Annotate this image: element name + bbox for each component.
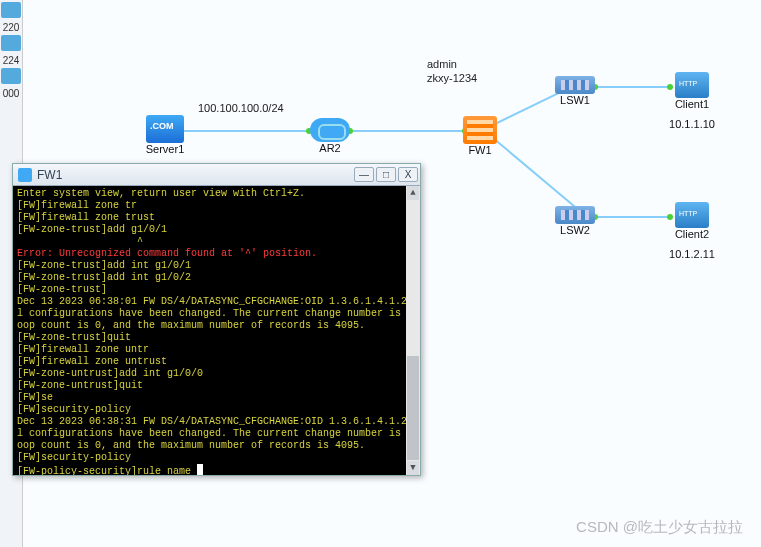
cli-cursor — [197, 464, 203, 475]
cli-line: [FW]se — [17, 392, 416, 404]
cli-line: l configurations have been changed. The … — [17, 428, 416, 440]
node-client2[interactable]: Client2 10.1.2.11 — [662, 202, 722, 260]
scroll-down-arrow[interactable]: ▼ — [407, 461, 419, 475]
cli-line: [FW]firewall zone tr — [17, 200, 416, 212]
cli-line: [FW-policy-security]rule name — [17, 464, 416, 475]
cli-line: ^ — [17, 236, 416, 248]
client-icon — [675, 72, 709, 98]
subnet-label: 100.100.100.0/24 — [198, 102, 284, 114]
cli-terminal[interactable]: Enter system view, return user view with… — [13, 186, 420, 475]
node-lsw2[interactable]: LSW2 — [555, 206, 595, 236]
cli-line: [FW-zone-trust]add g1/0/1 — [17, 224, 416, 236]
switch-icon — [555, 76, 595, 94]
scroll-up-arrow[interactable]: ▲ — [407, 186, 419, 200]
firewall-icon — [463, 116, 497, 144]
window-title: FW1 — [37, 168, 354, 182]
minimize-button[interactable]: — — [354, 167, 374, 182]
node-label: AR2 — [310, 142, 350, 154]
node-label: FW1 — [460, 144, 500, 156]
cli-line: Enter system view, return user view with… — [17, 188, 416, 200]
cli-line: oop count is 0, and the maximum number o… — [17, 320, 416, 332]
server-icon — [146, 115, 184, 143]
node-label: LSW1 — [555, 94, 595, 106]
node-label: Server1 — [145, 143, 185, 155]
switch-icon — [555, 206, 595, 224]
cli-line: l configurations have been changed. The … — [17, 308, 416, 320]
node-ar2[interactable]: AR2 — [310, 118, 350, 154]
cli-line: [FW-zone-untrust]quit — [17, 380, 416, 392]
cli-line: [FW-zone-trust]quit — [17, 332, 416, 344]
node-client1[interactable]: Client1 10.1.1.10 — [662, 72, 722, 130]
cli-line: [FW-zone-trust]add int g1/0/1 — [17, 260, 416, 272]
cli-scrollbar[interactable]: ▲ ▼ — [406, 186, 420, 475]
cli-titlebar[interactable]: FW1 — □ X — [13, 164, 420, 186]
link-fw1-lsw2 — [492, 137, 581, 212]
window-icon — [18, 168, 32, 182]
link-lsw1-client1 — [595, 86, 670, 88]
router-icon — [310, 118, 350, 142]
node-ip: 10.1.2.11 — [662, 248, 722, 260]
cli-line: oop count is 0, and the maximum number o… — [17, 440, 416, 452]
node-label: Client1 — [662, 98, 722, 110]
cli-line: [FW]security-policy — [17, 404, 416, 416]
cli-line: [FW]firewall zone untrust — [17, 356, 416, 368]
cli-line: [FW]security-policy — [17, 452, 416, 464]
node-lsw1[interactable]: LSW1 — [555, 76, 595, 106]
link-lsw2-client2 — [595, 216, 670, 218]
node-label: LSW2 — [555, 224, 595, 236]
client-icon — [675, 202, 709, 228]
cli-line: Dec 13 2023 06:38:31 FW DS/4/DATASYNC_CF… — [17, 416, 416, 428]
cli-line: Dec 13 2023 06:38:01 FW DS/4/DATASYNC_CF… — [17, 296, 416, 308]
cli-line: [FW-zone-trust] — [17, 284, 416, 296]
admin-user-label: admin — [427, 58, 457, 70]
node-fw1[interactable]: FW1 — [460, 116, 500, 156]
cli-window-fw1[interactable]: FW1 — □ X Enter system view, return user… — [12, 163, 421, 476]
cli-line: Error: Unrecognized command found at '^'… — [17, 248, 416, 260]
link-server-ar2 — [181, 130, 309, 132]
node-server1[interactable]: Server1 — [145, 115, 185, 155]
close-button[interactable]: X — [398, 167, 418, 182]
scroll-thumb[interactable] — [407, 356, 419, 460]
maximize-button[interactable]: □ — [376, 167, 396, 182]
cli-line: [FW-zone-untrust]add int g1/0/0 — [17, 368, 416, 380]
cli-line: [FW]firewall zone untr — [17, 344, 416, 356]
node-label: Client2 — [662, 228, 722, 240]
watermark: CSDN @吃土少女古拉拉 — [576, 518, 743, 537]
cli-line: [FW]firewall zone trust — [17, 212, 416, 224]
admin-pass-label: zkxy-1234 — [427, 72, 477, 84]
cli-line: [FW-zone-trust]add int g1/0/2 — [17, 272, 416, 284]
node-ip: 10.1.1.10 — [662, 118, 722, 130]
link-ar2-fw1 — [350, 130, 465, 132]
